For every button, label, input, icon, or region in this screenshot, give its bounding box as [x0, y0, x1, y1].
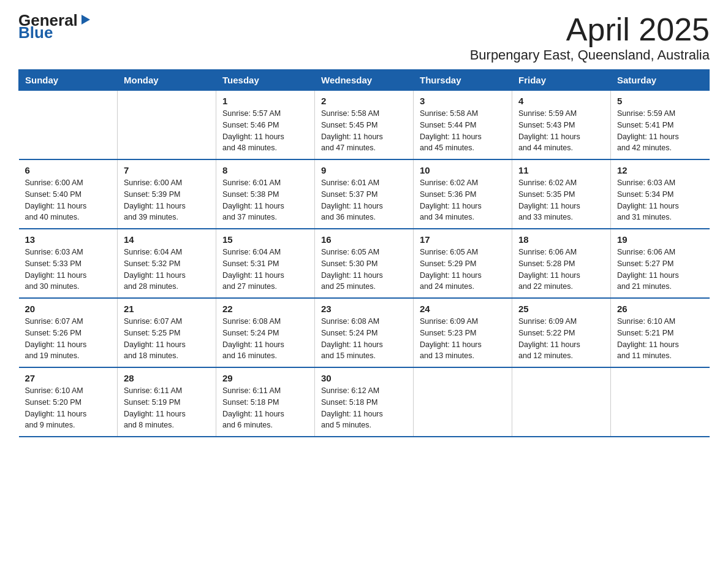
day-number: 15: [222, 234, 308, 245]
calendar-week-row: 20Sunrise: 6:07 AMSunset: 5:26 PMDayligh…: [19, 298, 710, 367]
day-info: Sunrise: 6:05 AMSunset: 5:30 PMDaylight:…: [321, 247, 407, 293]
day-info: Sunrise: 6:07 AMSunset: 5:26 PMDaylight:…: [25, 316, 112, 362]
calendar-cell: 19Sunrise: 6:06 AMSunset: 5:27 PMDayligh…: [611, 229, 710, 298]
page-header: General Blue April 2025 Burpengary East,…: [18, 12, 710, 63]
header-friday: Friday: [512, 70, 611, 91]
calendar-cell: [118, 91, 216, 160]
day-info: Sunrise: 6:04 AMSunset: 5:32 PMDaylight:…: [124, 247, 210, 293]
day-info: Sunrise: 5:58 AMSunset: 5:45 PMDaylight:…: [321, 108, 407, 154]
day-number: 20: [25, 304, 112, 314]
day-info: Sunrise: 6:08 AMSunset: 5:24 PMDaylight:…: [321, 316, 407, 362]
svg-marker-0: [82, 15, 90, 25]
logo: General Blue: [18, 12, 93, 42]
calendar-cell: [611, 367, 710, 437]
title-area: April 2025 Burpengary East, Queensland, …: [470, 12, 710, 63]
day-number: 25: [518, 304, 604, 314]
calendar-cell: 9Sunrise: 6:01 AMSunset: 5:37 PMDaylight…: [315, 159, 414, 229]
header-saturday: Saturday: [611, 70, 710, 91]
header-sunday: Sunday: [19, 70, 118, 91]
calendar-cell: 28Sunrise: 6:11 AMSunset: 5:19 PMDayligh…: [118, 367, 216, 437]
day-info: Sunrise: 6:12 AMSunset: 5:18 PMDaylight:…: [321, 385, 407, 431]
header-tuesday: Tuesday: [216, 70, 315, 91]
day-number: 10: [420, 165, 506, 175]
calendar-week-row: 1Sunrise: 5:57 AMSunset: 5:46 PMDaylight…: [19, 91, 710, 160]
day-number: 18: [518, 234, 604, 245]
month-title: April 2025: [470, 12, 710, 47]
day-number: 30: [321, 373, 407, 383]
header-thursday: Thursday: [414, 70, 512, 91]
day-info: Sunrise: 6:01 AMSunset: 5:37 PMDaylight:…: [321, 177, 407, 223]
calendar-cell: 3Sunrise: 5:58 AMSunset: 5:44 PMDaylight…: [414, 91, 512, 160]
day-info: Sunrise: 6:02 AMSunset: 5:36 PMDaylight:…: [420, 177, 506, 223]
calendar-cell: 21Sunrise: 6:07 AMSunset: 5:25 PMDayligh…: [118, 298, 216, 367]
day-number: 1: [222, 96, 308, 106]
weekday-header-row: Sunday Monday Tuesday Wednesday Thursday…: [19, 70, 710, 91]
day-info: Sunrise: 5:58 AMSunset: 5:44 PMDaylight:…: [420, 108, 506, 154]
day-info: Sunrise: 6:08 AMSunset: 5:24 PMDaylight:…: [222, 316, 308, 362]
day-info: Sunrise: 6:06 AMSunset: 5:28 PMDaylight:…: [518, 247, 604, 293]
day-info: Sunrise: 6:03 AMSunset: 5:34 PMDaylight:…: [617, 177, 703, 223]
day-number: 4: [518, 96, 604, 106]
day-number: 23: [321, 304, 407, 314]
day-number: 16: [321, 234, 407, 245]
day-info: Sunrise: 6:02 AMSunset: 5:35 PMDaylight:…: [518, 177, 604, 223]
header-wednesday: Wednesday: [315, 70, 414, 91]
day-info: Sunrise: 6:06 AMSunset: 5:27 PMDaylight:…: [617, 247, 703, 293]
calendar-cell: 17Sunrise: 6:05 AMSunset: 5:29 PMDayligh…: [414, 229, 512, 298]
calendar-cell: 5Sunrise: 5:59 AMSunset: 5:41 PMDaylight…: [611, 91, 710, 160]
day-info: Sunrise: 6:00 AMSunset: 5:39 PMDaylight:…: [124, 177, 210, 223]
day-number: 19: [617, 234, 703, 245]
calendar-cell: 7Sunrise: 6:00 AMSunset: 5:39 PMDaylight…: [118, 159, 216, 229]
calendar-cell: 4Sunrise: 5:59 AMSunset: 5:43 PMDaylight…: [512, 91, 611, 160]
day-number: 12: [617, 165, 703, 175]
calendar-cell: 27Sunrise: 6:10 AMSunset: 5:20 PMDayligh…: [19, 367, 118, 437]
calendar-cell: [414, 367, 512, 437]
calendar-cell: 2Sunrise: 5:58 AMSunset: 5:45 PMDaylight…: [315, 91, 414, 160]
calendar-cell: 24Sunrise: 6:09 AMSunset: 5:23 PMDayligh…: [414, 298, 512, 367]
day-info: Sunrise: 6:03 AMSunset: 5:33 PMDaylight:…: [25, 247, 112, 293]
day-info: Sunrise: 6:09 AMSunset: 5:22 PMDaylight:…: [518, 316, 604, 362]
calendar-cell: 25Sunrise: 6:09 AMSunset: 5:22 PMDayligh…: [512, 298, 611, 367]
day-info: Sunrise: 6:01 AMSunset: 5:38 PMDaylight:…: [222, 177, 308, 223]
calendar-cell: [19, 91, 118, 160]
header-monday: Monday: [118, 70, 216, 91]
calendar-week-row: 6Sunrise: 6:00 AMSunset: 5:40 PMDaylight…: [19, 159, 710, 229]
day-number: 17: [420, 234, 506, 245]
day-number: 24: [420, 304, 506, 314]
calendar-table: Sunday Monday Tuesday Wednesday Thursday…: [18, 69, 710, 437]
day-number: 21: [124, 304, 210, 314]
day-number: 2: [321, 96, 407, 106]
day-info: Sunrise: 6:10 AMSunset: 5:21 PMDaylight:…: [617, 316, 703, 362]
calendar-week-row: 27Sunrise: 6:10 AMSunset: 5:20 PMDayligh…: [19, 367, 710, 437]
calendar-cell: 20Sunrise: 6:07 AMSunset: 5:26 PMDayligh…: [19, 298, 118, 367]
location-title: Burpengary East, Queensland, Australia: [470, 47, 710, 63]
day-info: Sunrise: 6:09 AMSunset: 5:23 PMDaylight:…: [420, 316, 506, 362]
calendar-cell: 18Sunrise: 6:06 AMSunset: 5:28 PMDayligh…: [512, 229, 611, 298]
calendar-cell: 11Sunrise: 6:02 AMSunset: 5:35 PMDayligh…: [512, 159, 611, 229]
calendar-cell: 1Sunrise: 5:57 AMSunset: 5:46 PMDaylight…: [216, 91, 315, 160]
day-number: 22: [222, 304, 308, 314]
day-number: 8: [222, 165, 308, 175]
day-info: Sunrise: 6:00 AMSunset: 5:40 PMDaylight:…: [25, 177, 112, 223]
day-number: 28: [124, 373, 210, 383]
day-number: 13: [25, 234, 112, 245]
day-info: Sunrise: 5:57 AMSunset: 5:46 PMDaylight:…: [222, 108, 308, 154]
calendar-cell: 6Sunrise: 6:00 AMSunset: 5:40 PMDaylight…: [19, 159, 118, 229]
day-number: 27: [25, 373, 112, 383]
calendar-cell: 10Sunrise: 6:02 AMSunset: 5:36 PMDayligh…: [414, 159, 512, 229]
calendar-cell: 23Sunrise: 6:08 AMSunset: 5:24 PMDayligh…: [315, 298, 414, 367]
calendar-cell: 8Sunrise: 6:01 AMSunset: 5:38 PMDaylight…: [216, 159, 315, 229]
day-number: 6: [25, 165, 112, 175]
calendar-cell: 30Sunrise: 6:12 AMSunset: 5:18 PMDayligh…: [315, 367, 414, 437]
day-number: 3: [420, 96, 506, 106]
day-number: 9: [321, 165, 407, 175]
calendar-cell: 16Sunrise: 6:05 AMSunset: 5:30 PMDayligh…: [315, 229, 414, 298]
day-number: 7: [124, 165, 210, 175]
day-info: Sunrise: 6:11 AMSunset: 5:19 PMDaylight:…: [124, 385, 210, 431]
logo-blue: Blue: [18, 23, 53, 42]
day-info: Sunrise: 6:04 AMSunset: 5:31 PMDaylight:…: [222, 247, 308, 293]
day-info: Sunrise: 5:59 AMSunset: 5:41 PMDaylight:…: [617, 108, 703, 154]
calendar-cell: 15Sunrise: 6:04 AMSunset: 5:31 PMDayligh…: [216, 229, 315, 298]
day-number: 11: [518, 165, 604, 175]
day-number: 26: [617, 304, 703, 314]
